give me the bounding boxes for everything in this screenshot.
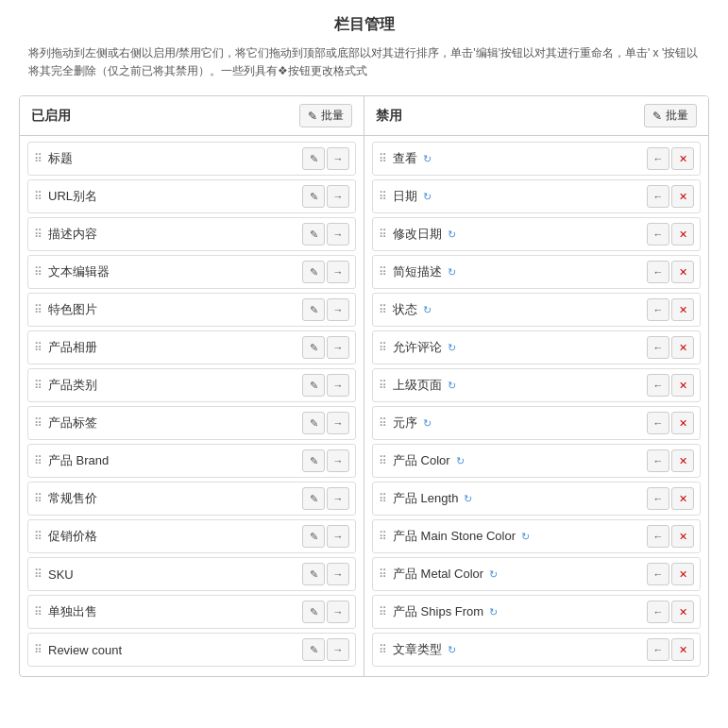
move-left-button[interactable]: ← [647, 261, 669, 283]
move-left-button[interactable]: ← [647, 601, 669, 623]
delete-button[interactable]: ✕ [671, 638, 694, 661]
edit-button[interactable]: ✎ [302, 147, 325, 170]
refresh-icon[interactable]: ↻ [521, 531, 530, 543]
edit-button[interactable]: ✎ [302, 563, 325, 585]
disabled-batch-button[interactable]: ✎ 批量 [644, 104, 697, 127]
move-right-button[interactable]: → [327, 223, 349, 245]
delete-button[interactable]: ✕ [671, 412, 694, 434]
drag-handle-icon[interactable]: ⠿ [34, 530, 42, 543]
move-left-button[interactable]: ← [647, 147, 669, 170]
enabled-batch-button[interactable]: ✎ 批量 [299, 104, 352, 127]
move-left-button[interactable]: ← [647, 374, 669, 397]
edit-button[interactable]: ✎ [302, 298, 325, 321]
refresh-icon[interactable]: ↻ [448, 380, 456, 392]
move-right-button[interactable]: → [327, 374, 349, 397]
refresh-icon[interactable]: ↻ [423, 417, 432, 430]
move-left-button[interactable]: ← [647, 336, 669, 359]
delete-button[interactable]: ✕ [671, 601, 694, 623]
refresh-icon[interactable]: ↻ [423, 153, 432, 165]
drag-handle-icon[interactable]: ⠿ [34, 228, 42, 241]
drag-handle-icon[interactable]: ⠿ [379, 643, 387, 656]
refresh-icon[interactable]: ↻ [448, 266, 456, 279]
drag-handle-icon[interactable]: ⠿ [379, 190, 387, 203]
refresh-icon[interactable]: ↻ [448, 644, 456, 656]
drag-handle-icon[interactable]: ⠿ [34, 454, 42, 467]
drag-handle-icon[interactable]: ⠿ [34, 190, 42, 203]
drag-handle-icon[interactable]: ⠿ [34, 303, 42, 316]
drag-handle-icon[interactable]: ⠿ [34, 643, 42, 656]
refresh-icon[interactable]: ↻ [423, 191, 432, 203]
drag-handle-icon[interactable]: ⠿ [379, 228, 387, 241]
drag-handle-icon[interactable]: ⠿ [379, 492, 387, 505]
delete-button[interactable]: ✕ [671, 261, 694, 283]
edit-button[interactable]: ✎ [302, 374, 325, 397]
move-left-button[interactable]: ← [647, 525, 669, 548]
refresh-icon[interactable]: ↻ [423, 304, 432, 316]
move-left-button[interactable]: ← [647, 298, 669, 321]
edit-button[interactable]: ✎ [302, 185, 325, 208]
refresh-icon[interactable]: ↻ [448, 342, 456, 354]
drag-handle-icon[interactable]: ⠿ [379, 265, 387, 279]
drag-handle-icon[interactable]: ⠿ [34, 605, 42, 618]
drag-handle-icon[interactable]: ⠿ [379, 152, 387, 165]
drag-handle-icon[interactable]: ⠿ [34, 416, 42, 430]
drag-handle-icon[interactable]: ⠿ [379, 567, 387, 581]
drag-handle-icon[interactable]: ⠿ [379, 379, 387, 392]
move-right-button[interactable]: → [327, 525, 349, 548]
edit-button[interactable]: ✎ [302, 449, 325, 472]
move-left-button[interactable]: ← [647, 412, 669, 434]
delete-button[interactable]: ✕ [671, 336, 694, 359]
refresh-icon[interactable]: ↻ [448, 229, 456, 241]
refresh-icon[interactable]: ↻ [464, 493, 472, 505]
move-right-button[interactable]: → [327, 261, 349, 283]
drag-handle-icon[interactable]: ⠿ [379, 605, 387, 618]
move-right-button[interactable]: → [327, 336, 349, 359]
edit-button[interactable]: ✎ [302, 223, 325, 245]
move-left-button[interactable]: ← [647, 185, 669, 208]
move-left-button[interactable]: ← [647, 638, 669, 661]
move-right-button[interactable]: → [327, 449, 349, 472]
move-right-button[interactable]: → [327, 185, 349, 208]
refresh-icon[interactable]: ↻ [456, 455, 465, 467]
move-right-button[interactable]: → [327, 147, 349, 170]
move-left-button[interactable]: ← [647, 449, 669, 472]
move-left-button[interactable]: ← [647, 223, 669, 245]
delete-button[interactable]: ✕ [671, 374, 694, 397]
move-right-button[interactable]: → [327, 412, 349, 434]
edit-button[interactable]: ✎ [302, 601, 325, 623]
delete-button[interactable]: ✕ [671, 298, 694, 321]
edit-button[interactable]: ✎ [302, 261, 325, 283]
move-right-button[interactable]: → [327, 563, 349, 585]
edit-button[interactable]: ✎ [302, 638, 325, 661]
move-right-button[interactable]: → [327, 638, 349, 661]
drag-handle-icon[interactable]: ⠿ [34, 379, 42, 392]
move-right-button[interactable]: → [327, 298, 349, 321]
drag-handle-icon[interactable]: ⠿ [34, 341, 42, 354]
edit-button[interactable]: ✎ [302, 336, 325, 359]
edit-button[interactable]: ✎ [302, 487, 325, 510]
delete-button[interactable]: ✕ [671, 525, 694, 548]
drag-handle-icon[interactable]: ⠿ [379, 341, 387, 354]
delete-button[interactable]: ✕ [671, 223, 694, 245]
move-right-button[interactable]: → [327, 487, 349, 510]
drag-handle-icon[interactable]: ⠿ [379, 303, 387, 316]
refresh-icon[interactable]: ↻ [489, 568, 498, 581]
move-right-button[interactable]: → [327, 601, 349, 623]
edit-button[interactable]: ✎ [302, 412, 325, 434]
delete-button[interactable]: ✕ [671, 563, 694, 585]
move-left-button[interactable]: ← [647, 563, 669, 585]
drag-handle-icon[interactable]: ⠿ [34, 492, 42, 505]
refresh-icon[interactable]: ↻ [489, 606, 498, 618]
delete-button[interactable]: ✕ [671, 185, 694, 208]
drag-handle-icon[interactable]: ⠿ [379, 454, 387, 467]
delete-button[interactable]: ✕ [671, 449, 694, 472]
drag-handle-icon[interactable]: ⠿ [34, 567, 42, 581]
drag-handle-icon[interactable]: ⠿ [379, 530, 387, 543]
drag-handle-icon[interactable]: ⠿ [34, 265, 42, 279]
delete-button[interactable]: ✕ [671, 147, 694, 170]
delete-button[interactable]: ✕ [671, 487, 694, 510]
edit-button[interactable]: ✎ [302, 525, 325, 548]
drag-handle-icon[interactable]: ⠿ [379, 416, 387, 430]
move-left-button[interactable]: ← [647, 487, 669, 510]
drag-handle-icon[interactable]: ⠿ [34, 152, 42, 165]
